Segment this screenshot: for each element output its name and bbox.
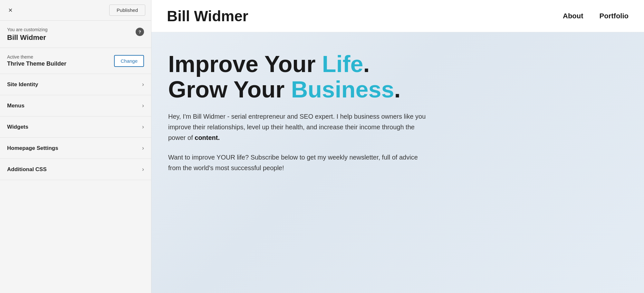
- sidebar-item-widgets[interactable]: Widgets ›: [0, 116, 151, 138]
- nav-item-label-widgets: Widgets: [7, 124, 28, 130]
- nav-link-about[interactable]: About: [563, 12, 583, 20]
- nav-link-portfolio[interactable]: Portfolio: [600, 12, 629, 20]
- chevron-right-icon: ›: [142, 102, 144, 109]
- headline-accent2: Business: [291, 77, 394, 102]
- customizer-sidebar: × Published You are customizing Bill Wid…: [0, 0, 151, 293]
- headline-part3: Grow Your: [168, 77, 291, 102]
- hero-body: Hey, I'm Bill Widmer - serial entreprene…: [168, 111, 432, 143]
- headline-part1: Improve Your: [168, 51, 322, 77]
- headline-part2: .: [363, 51, 370, 77]
- active-theme-name: Thrive Theme Builder: [7, 60, 66, 67]
- preview-header: Bill Widmer AboutPortfolio: [151, 0, 644, 32]
- headline-part4: .: [394, 77, 401, 102]
- chevron-right-icon: ›: [142, 145, 144, 151]
- customizing-label: You are customizing: [7, 27, 144, 32]
- chevron-right-icon: ›: [142, 81, 144, 88]
- site-title: Bill Widmer: [167, 7, 248, 25]
- customizing-section: You are customizing Bill Widmer ?: [0, 21, 151, 48]
- nav-item-label-additional-css: Additional CSS: [7, 166, 47, 173]
- chevron-right-icon: ›: [142, 124, 144, 130]
- active-theme-label: Active theme: [7, 54, 66, 60]
- hero-sub: Want to improve YOUR life? Subscribe bel…: [168, 152, 432, 173]
- chevron-right-icon: ›: [142, 166, 144, 173]
- preview-nav: AboutPortfolio: [563, 12, 629, 20]
- hero-headline: Improve Your Life. Grow Your Business.: [168, 51, 627, 102]
- nav-item-label-menus: Menus: [7, 103, 24, 109]
- active-theme-section: Active theme Thrive Theme Builder Change: [0, 48, 151, 74]
- site-preview: Bill Widmer AboutPortfolio Improve Your …: [151, 0, 644, 293]
- hero-body-bold: content.: [195, 134, 220, 141]
- headline-accent1: Life: [322, 51, 363, 77]
- change-theme-button[interactable]: Change: [114, 55, 144, 67]
- sidebar-item-homepage-settings[interactable]: Homepage Settings ›: [0, 138, 151, 159]
- help-icon[interactable]: ?: [136, 28, 144, 36]
- sidebar-item-site-identity[interactable]: Site Identity ›: [0, 74, 151, 95]
- nav-item-label-homepage-settings: Homepage Settings: [7, 145, 58, 151]
- customizing-title: Bill Widmer: [7, 33, 144, 42]
- published-button[interactable]: Published: [109, 5, 145, 16]
- sidebar-item-additional-css[interactable]: Additional CSS ›: [0, 159, 151, 180]
- sidebar-item-menus[interactable]: Menus ›: [0, 95, 151, 116]
- preview-hero: Improve Your Life. Grow Your Business. H…: [151, 32, 644, 293]
- close-button[interactable]: ×: [6, 6, 15, 14]
- customizer-nav: Site Identity › Menus › Widgets › Homepa…: [0, 74, 151, 293]
- active-theme-info: Active theme Thrive Theme Builder: [7, 54, 66, 67]
- nav-item-label-site-identity: Site Identity: [7, 81, 38, 88]
- sidebar-header: × Published: [0, 0, 151, 21]
